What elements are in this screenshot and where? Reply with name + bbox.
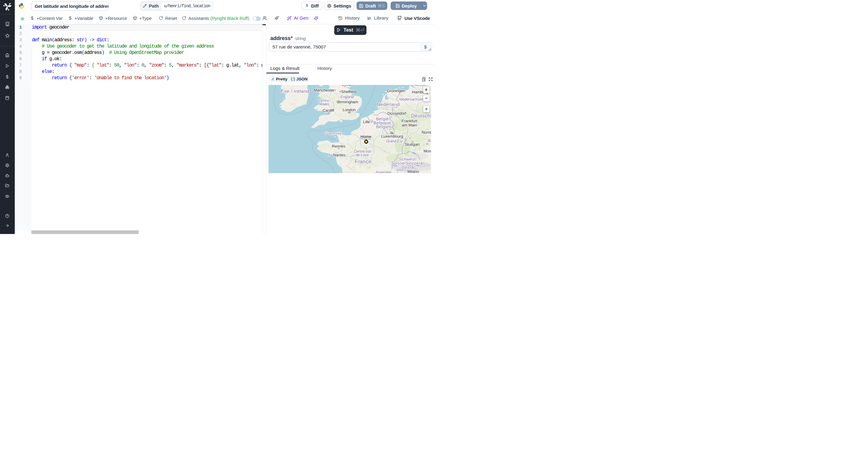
svg-text:Luxembourg: Luxembourg — [381, 134, 403, 138]
svg-text:Milano: Milano — [407, 169, 418, 173]
svg-text:Frankfurt: Frankfurt — [401, 119, 417, 123]
svg-text:Düsseldorf: Düsseldorf — [387, 111, 406, 115]
svg-text:Wales: Wales — [319, 102, 329, 106]
svg-text:Rennes: Rennes — [332, 144, 345, 148]
svg-text:Éire / Ireland: Éire / Ireland — [281, 89, 309, 94]
svg-text:Leeds: Leeds — [342, 85, 352, 87]
svg-text:Stuttgart: Stuttgart — [404, 142, 420, 146]
svg-text:Auvergne-: Auvergne- — [375, 170, 392, 173]
svg-text:London: London — [342, 107, 355, 112]
svg-text:Bay: Bay — [428, 138, 431, 142]
svg-text:Manchester: Manchester — [314, 88, 335, 93]
svg-text:am Main: am Main — [402, 123, 417, 127]
svg-text:Cardiff: Cardiff — [322, 108, 334, 113]
svg-text:Birmingham: Birmingham — [337, 99, 358, 104]
svg-text:Deutschland: Deutschland — [411, 113, 431, 119]
svg-text:Niedersachsen: Niedersachsen — [399, 97, 423, 101]
svg-text:Home: Home — [360, 134, 371, 138]
svg-text:France: France — [355, 158, 372, 164]
svg-text:Nederland: Nederland — [376, 101, 399, 107]
svg-text:Schweiz/: Schweiz/ — [399, 157, 416, 161]
svg-text:Svizra: Svizra — [401, 165, 414, 169]
svg-text:Belgien: Belgien — [376, 124, 391, 129]
svg-text:England: England — [340, 95, 353, 99]
svg-text:Grand Est: Grand Est — [386, 139, 402, 143]
svg-text:Groningen: Groningen — [387, 89, 405, 93]
svg-text:de Loire: de Loire — [355, 153, 369, 157]
svg-text:Suisse/Svizzera/: Suisse/Svizzera/ — [391, 161, 424, 165]
svg-text:München: München — [424, 148, 431, 153]
svg-text:Nantes: Nantes — [333, 153, 346, 157]
svg-text:Lille: Lille — [363, 119, 370, 124]
svg-text:Guernsey: Guernsey — [324, 131, 341, 135]
svg-text:Nürnberg: Nürnberg — [421, 130, 431, 134]
svg-text:Holstein: Holstein — [415, 85, 427, 87]
svg-text:Sheffield: Sheffield — [341, 89, 356, 94]
